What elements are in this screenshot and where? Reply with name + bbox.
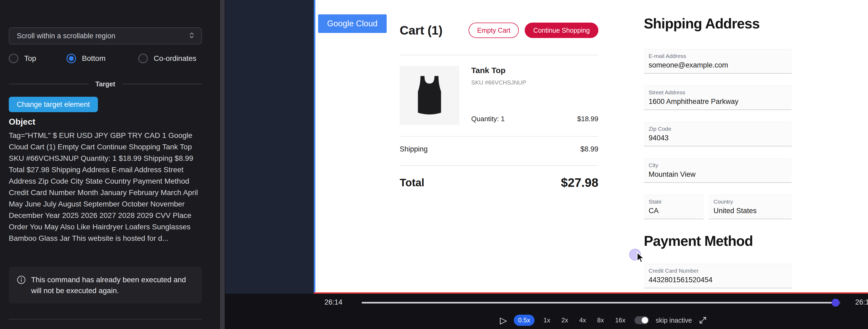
product-sku: SKU #66VCHSJNUP [471, 79, 526, 86]
cart-actions: Empty Cart Continue Shopping [469, 23, 598, 38]
field-value: 4432801561520454 [649, 276, 787, 284]
executed-notice: This command has already been executed a… [9, 267, 202, 303]
speed-0-5x-button[interactable]: 0.5x [514, 315, 534, 326]
email-field[interactable]: E-mail Address someone@example.com [644, 49, 792, 74]
end-time: 26:15 [855, 298, 868, 306]
field-value: 94043 [649, 134, 787, 142]
empty-cart-button[interactable]: Empty Cart [469, 23, 519, 38]
current-time: 26:14 [324, 298, 343, 306]
shipping-address-heading: Shipping Address [644, 15, 760, 32]
mouse-cursor-icon [636, 252, 646, 265]
speed-16x-button[interactable]: 16x [613, 315, 628, 326]
step-editor-sidebar: Scroll within a scrollable region Top Bo… [0, 0, 219, 329]
change-target-button[interactable]: Change target element [9, 97, 98, 112]
speed-4x-button[interactable]: 4x [577, 315, 588, 326]
select-chevrons-icon [188, 32, 195, 40]
field-label: Country [713, 199, 787, 205]
tank-top-graphic [409, 74, 450, 118]
city-field[interactable]: City Mountain View [644, 158, 792, 183]
scroll-type-select[interactable]: Scroll within a scrollable region [9, 27, 202, 44]
sidebar-bottom-divider [9, 319, 202, 320]
field-label: Street Address [649, 89, 787, 96]
scroll-type-select-value: Scroll within a scrollable region [17, 32, 116, 40]
field-label: E-mail Address [649, 53, 787, 59]
shipping-row: Shipping $8.99 [400, 145, 598, 153]
radio-top[interactable] [9, 54, 18, 63]
target-section-divider: Target [9, 79, 202, 89]
zip-code-field[interactable]: Zip Code 94043 [644, 122, 792, 146]
product-price: $18.99 [577, 115, 598, 123]
speed-8x-button[interactable]: 8x [595, 315, 606, 326]
field-label: State [649, 199, 699, 205]
field-value: CA [649, 207, 699, 215]
field-value: someone@example.com [649, 61, 787, 69]
shipping-label: Shipping [400, 145, 428, 153]
skip-inactive-toggle[interactable] [634, 316, 649, 324]
product-name: Tank Top [471, 66, 505, 75]
speed-2x-button[interactable]: 2x [559, 315, 570, 326]
cart-header: Cart (1) Empty Cart Continue Shopping [400, 22, 598, 39]
player-controls: ▷ 0.5x 1x 2x 4x 8x 16x skip inactive [500, 314, 707, 326]
payment-method-heading: Payment Method [644, 233, 753, 249]
object-description: Tag="HTML" $ EUR USD JPY GBP TRY CAD 1 G… [9, 130, 202, 244]
field-value: Mountain View [649, 170, 787, 178]
radio-top-label: Top [24, 54, 36, 63]
radio-bottom[interactable] [66, 54, 76, 63]
element-highlight-border [314, 0, 315, 292]
total-label: Total [400, 177, 425, 189]
speed-1x-button[interactable]: 1x [541, 315, 552, 326]
radio-group-bottom[interactable]: Bottom [66, 53, 105, 64]
replayed-webpage: Google Cloud Cart (1) Empty Cart Continu… [315, 0, 868, 292]
sidebar-scrollbar[interactable] [219, 0, 225, 329]
skip-inactive-label: skip inactive [656, 317, 692, 324]
credit-card-number-field[interactable]: Credit Card Number 4432801561520454 [644, 264, 792, 288]
product-quantity: Quantity: 1 [471, 115, 505, 123]
total-row: Total $27.98 [400, 175, 598, 190]
target-section-label: Target [95, 80, 116, 88]
play-button[interactable]: ▷ [500, 314, 507, 326]
field-label: Zip Code [649, 126, 787, 132]
divider-line [9, 84, 89, 84]
continue-shopping-button[interactable]: Continue Shopping [525, 23, 598, 38]
shipping-value: $8.99 [580, 145, 598, 153]
info-icon [17, 275, 26, 286]
street-address-field[interactable]: Street Address 1600 Amphitheatre Parkway [644, 86, 792, 110]
state-field[interactable]: State CA [644, 195, 704, 219]
total-value: $27.98 [561, 175, 598, 190]
radio-bottom-label: Bottom [82, 54, 105, 63]
radio-group-top[interactable]: Top [9, 53, 36, 64]
radio-coordinates[interactable] [138, 54, 148, 63]
field-value: 1600 Amphitheatre Parkway [649, 98, 787, 106]
cart-title: Cart (1) [400, 23, 442, 37]
field-label: Credit Card Number [649, 268, 787, 274]
divider-line [122, 84, 202, 84]
divider [400, 165, 598, 166]
divider [400, 136, 598, 137]
timeline-progress [362, 302, 836, 303]
quantity-price-row: Quantity: 1 $18.99 [400, 115, 598, 123]
timeline-slider[interactable] [362, 302, 840, 303]
divider [400, 55, 598, 55]
field-value: United States [713, 207, 787, 215]
radio-group-coordinates[interactable]: Co-ordinates [138, 53, 196, 64]
fullscreen-icon[interactable] [699, 316, 707, 324]
radio-coordinates-label: Co-ordinates [154, 54, 196, 63]
executed-notice-text: This command has already been executed a… [31, 274, 194, 296]
timeline-knob[interactable] [832, 299, 840, 307]
app-window: Scroll within a scrollable region Top Bo… [0, 0, 868, 329]
country-field[interactable]: Country United States [709, 195, 792, 219]
toggle-knob [642, 317, 648, 323]
replay-player-bar: 26:14 26:15 ▷ 0.5x 1x 2x 4x 8x 16x skip … [225, 294, 868, 329]
viewport-boundary-line [314, 292, 868, 294]
field-label: City [649, 162, 787, 168]
object-heading: Object [9, 117, 35, 127]
highlight-badge: Google Cloud [318, 14, 387, 33]
